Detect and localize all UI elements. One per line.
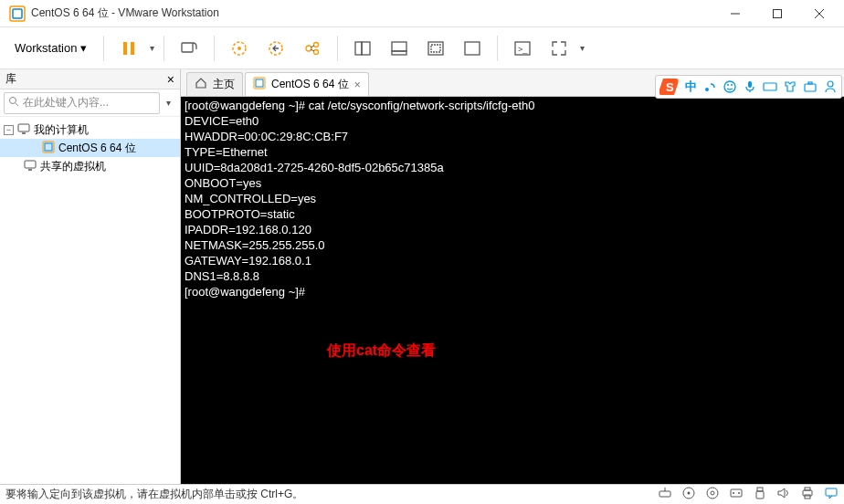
tree-node-my-computer[interactable]: − 我的计算机 (0, 121, 180, 139)
sound-icon[interactable] (776, 486, 791, 503)
close-button[interactable] (798, 0, 840, 27)
snapshot-manager-button[interactable] (297, 33, 328, 64)
svg-point-63 (828, 81, 833, 87)
terminal-line: HWADDR=00:0C:29:8C:CB:F7 (185, 130, 348, 143)
ime-keyboard-icon[interactable] (763, 79, 777, 94)
network-adapter-icon[interactable] (729, 486, 744, 503)
svg-rect-62 (808, 82, 812, 84)
chevron-down-icon[interactable]: ▾ (150, 43, 154, 53)
maximize-button[interactable] (756, 0, 798, 27)
svg-rect-23 (465, 42, 480, 55)
search-icon (8, 96, 19, 110)
svg-rect-32 (25, 161, 36, 168)
svg-text:>_: >_ (518, 45, 528, 54)
statusbar: 要将输入定向到该虚拟机，请在虚拟机内部单击或按 Ctrl+G。 (0, 484, 844, 504)
tab-close-button[interactable]: × (354, 79, 361, 91)
ime-punct-icon[interactable] (702, 79, 717, 94)
svg-rect-46 (756, 491, 764, 499)
home-icon (195, 77, 207, 92)
show-console-button[interactable] (347, 33, 378, 64)
search-placeholder: 在此处键入内容... (23, 95, 109, 110)
terminal-line: DEVICE=eth0 (185, 114, 258, 128)
svg-rect-50 (826, 488, 837, 496)
ime-emoji-icon[interactable] (723, 79, 737, 94)
stretch-guest-button[interactable] (420, 33, 451, 64)
tree-node-vm-centos[interactable]: CentOS 6 64 位 (0, 139, 180, 157)
terminal-line: NM_CONTROLLED=yes (185, 192, 316, 205)
terminal-line: [root@wangdefeng ~]# (185, 285, 309, 299)
usb-icon[interactable] (753, 486, 767, 503)
terminal-line: NETMASK=255.255.255.0 (185, 238, 325, 252)
sidebar-close-button[interactable]: × (167, 72, 174, 87)
svg-rect-7 (131, 42, 134, 55)
svg-rect-19 (392, 42, 406, 51)
ime-toolbox-icon[interactable] (803, 79, 818, 94)
snapshot-button[interactable] (224, 33, 255, 64)
tab-home[interactable]: 主页 (186, 72, 243, 96)
send-ctrl-alt-del-button[interactable] (174, 33, 205, 64)
enter-fullscreen-button[interactable] (543, 33, 575, 64)
ime-mode-label[interactable]: 中 (685, 79, 697, 95)
sidebar-header: 库 × (0, 69, 180, 89)
terminal-line: DNS1=8.8.8.8 (185, 269, 259, 283)
svg-point-44 (738, 492, 740, 494)
terminal-line: TYPE=Ethernet (185, 145, 268, 159)
network-icon[interactable] (658, 486, 672, 503)
svg-rect-22 (431, 45, 440, 52)
tree-node-label: 我的计算机 (34, 122, 89, 138)
terminal[interactable]: [root@wangdefeng ~]# cat /etc/sysconfig/… (181, 97, 844, 484)
ime-toolbar[interactable]: S 中 (655, 75, 842, 99)
revert-snapshot-button[interactable] (260, 33, 291, 64)
search-dropdown-button[interactable]: ▾ (160, 98, 176, 108)
library-tree: − 我的计算机 CentOS 6 64 位 共享的虚拟机 (0, 117, 180, 484)
chevron-down-icon[interactable]: ▾ (580, 43, 585, 53)
terminal-line: BOOTPROTO=static (185, 207, 295, 221)
toolbar-separator (103, 36, 104, 61)
chevron-down-icon: ▾ (80, 41, 87, 55)
svg-point-13 (314, 42, 319, 47)
thumbnail-button[interactable] (384, 33, 415, 64)
svg-rect-17 (355, 42, 362, 55)
svg-rect-57 (764, 83, 776, 90)
disk-icon[interactable] (681, 486, 696, 503)
toolbar: Workstation ▾ ▾ >_ ▾ (0, 27, 844, 69)
svg-rect-56 (748, 81, 752, 88)
svg-point-52 (705, 88, 709, 91)
tab-vm-centos[interactable]: CentOS 6 64 位 × (245, 72, 369, 96)
cdrom-icon[interactable] (705, 486, 720, 503)
svg-rect-35 (256, 79, 263, 87)
workstation-menu-label: Workstation (15, 41, 77, 55)
svg-rect-48 (805, 488, 810, 490)
ime-user-icon[interactable] (823, 79, 838, 94)
unity-button[interactable]: >_ (507, 33, 538, 64)
tree-node-label: 共享的虚拟机 (40, 159, 106, 174)
tree-node-shared-vms[interactable]: 共享的虚拟机 (0, 157, 180, 175)
svg-text:S: S (666, 80, 674, 94)
search-input[interactable]: 在此处键入内容... (4, 92, 160, 114)
minimize-button[interactable] (714, 0, 756, 27)
terminal-line: GATEWAY=192.168.0.1 (185, 254, 311, 268)
sogou-logo-icon: S (659, 77, 680, 97)
svg-rect-6 (123, 42, 127, 55)
terminal-line: [root@wangdefeng ~]# cat /etc/sysconfig/… (185, 99, 535, 112)
monitor-icon (17, 122, 30, 138)
ime-skin-icon[interactable] (783, 79, 797, 94)
toolbar-separator (164, 36, 164, 61)
printer-icon[interactable] (800, 486, 815, 503)
workstation-menu[interactable]: Workstation ▾ (7, 37, 94, 58)
svg-rect-8 (182, 43, 193, 52)
svg-point-40 (707, 488, 718, 499)
titlebar: CentOS 6 64 位 - VMware Workstation (0, 0, 844, 27)
svg-point-54 (727, 84, 729, 86)
svg-point-39 (688, 492, 691, 495)
svg-line-27 (16, 103, 18, 106)
terminal-line: IPADDR=192.168.0.120 (185, 223, 311, 236)
pause-button[interactable] (113, 33, 144, 64)
svg-rect-20 (392, 51, 406, 55)
svg-rect-31 (45, 143, 52, 151)
ime-mic-icon[interactable] (743, 79, 757, 94)
message-icon[interactable] (824, 486, 839, 503)
collapse-icon[interactable]: − (4, 125, 14, 135)
svg-point-43 (733, 492, 734, 494)
fullscreen-button[interactable] (457, 33, 488, 64)
